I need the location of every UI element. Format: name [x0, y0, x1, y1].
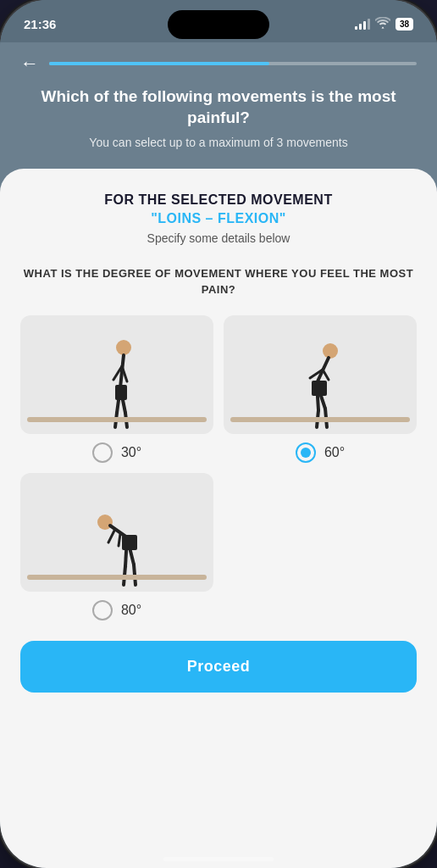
- header-area: ← Which of the following movements is th…: [0, 42, 437, 169]
- radio-30[interactable]: [92, 442, 113, 463]
- svg-line-20: [108, 529, 115, 542]
- floor-line-30: [27, 417, 207, 422]
- dynamic-island: [168, 10, 269, 39]
- svg-rect-17: [312, 381, 327, 396]
- floor-line-60: [230, 417, 410, 422]
- svg-line-21: [119, 534, 120, 546]
- floor-line-80: [27, 575, 207, 580]
- option-80-image: [20, 473, 213, 592]
- phone-frame: 21:36: [0, 0, 437, 868]
- card-subtitle: Specify some details below: [20, 231, 417, 245]
- option-30-label: 30°: [121, 445, 141, 460]
- progress-track: [49, 62, 417, 65]
- back-row: ←: [20, 54, 417, 73]
- option-60-label: 60°: [324, 445, 345, 460]
- svg-point-0: [116, 340, 131, 355]
- option-30-image: [20, 315, 213, 434]
- header-subtitle: You can select up to a maximum of 3 move…: [20, 135, 417, 152]
- radio-row-60[interactable]: 60°: [296, 442, 345, 463]
- progress-fill: [49, 62, 269, 65]
- svg-rect-26: [122, 535, 137, 550]
- option-30[interactable]: 30°: [20, 315, 213, 463]
- wifi-icon: [375, 17, 390, 31]
- option-60-image: [224, 315, 417, 434]
- svg-rect-8: [115, 385, 127, 400]
- svg-point-9: [323, 343, 338, 359]
- signal-bars-icon: [355, 18, 370, 30]
- option-80-label: 80°: [121, 603, 141, 618]
- battery-icon: 38: [396, 18, 413, 31]
- option-80[interactable]: 80°: [20, 473, 213, 620]
- radio-60[interactable]: [296, 442, 316, 463]
- back-button[interactable]: ←: [20, 54, 39, 73]
- status-time: 21:36: [24, 17, 56, 31]
- radio-row-30[interactable]: 30°: [92, 442, 141, 463]
- radio-row-80[interactable]: 80°: [92, 600, 141, 620]
- radio-80[interactable]: [92, 600, 113, 620]
- option-60[interactable]: 60°: [224, 315, 417, 463]
- svg-line-12: [323, 370, 329, 380]
- card-movement: "LOINS – FLEXION": [20, 211, 417, 226]
- degree-question: WHAT IS THE DEGREE OF MOVEMENT WHERE YOU…: [20, 265, 417, 298]
- main-card: FOR THE SELECTED MOVEMENT "LOINS – FLEXI…: [0, 169, 437, 868]
- radio-60-inner: [301, 448, 311, 458]
- proceed-button[interactable]: Proceed: [20, 641, 417, 693]
- status-icons: 38: [355, 17, 413, 31]
- header-question: Which of the following movements is the …: [20, 86, 417, 128]
- phone-screen: 21:36: [0, 0, 437, 868]
- home-indicator: [163, 857, 274, 861]
- card-title: FOR THE SELECTED MOVEMENT: [20, 192, 417, 208]
- options-grid: 30°: [20, 315, 417, 463]
